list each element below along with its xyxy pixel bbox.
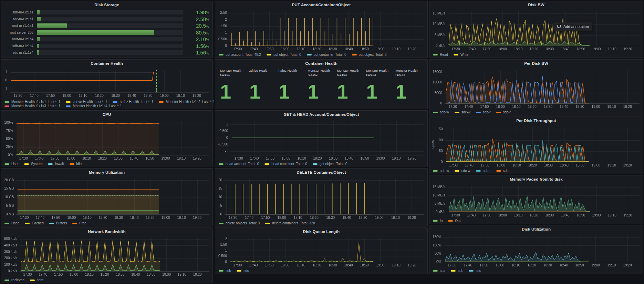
legend-value: Total: 48.2 — [245, 53, 261, 57]
legend-item[interactable]: put objectTotal: 0 — [352, 53, 387, 57]
legend-item[interactable]: Monster Health r1z1s3Last *: 1 — [4, 104, 60, 108]
legend-item[interactable]: zdrive HealthLast *: 1 — [66, 100, 107, 104]
legend-item[interactable]: sdc — [237, 269, 249, 273]
panel-cpu: CPU UserSystemIowaitidle — [1, 110, 213, 167]
legend-item[interactable]: Iowait — [48, 162, 64, 166]
container-health-ts-chart[interactable] — [2, 67, 211, 98]
cpu-chart[interactable] — [2, 118, 211, 161]
memory-chart-area — [2, 176, 211, 220]
legend-item[interactable]: sdc-w — [455, 110, 470, 114]
add-annotation-menu-item[interactable]: Add annotation — [553, 22, 592, 31]
legend-item[interactable]: sdb-r — [476, 110, 491, 114]
mem-util-chart[interactable] — [2, 176, 211, 220]
legend-item[interactable]: Free — [72, 221, 86, 225]
stat-value: 1 — [249, 82, 277, 102]
panel-title[interactable]: DELETE Container/Object — [215, 169, 427, 176]
legend-item[interactable]: Write — [454, 53, 468, 57]
panel-title[interactable]: Container Health — [215, 60, 427, 67]
legend-swatch — [476, 170, 481, 172]
legend-item[interactable]: sdc-r — [496, 110, 511, 114]
panel-title[interactable]: Per Disk Throughput — [429, 117, 643, 124]
per-disk-tp-chart[interactable] — [431, 124, 642, 168]
delete-chart[interactable] — [217, 176, 426, 220]
delete-chart-area — [217, 176, 426, 220]
legend-item[interactable]: sdc-w — [455, 169, 470, 173]
legend-item[interactable]: sda — [433, 269, 445, 273]
legend-item[interactable]: recieved — [4, 278, 24, 282]
get-head-chart[interactable] — [217, 118, 426, 161]
panel-title[interactable]: CPU — [1, 111, 212, 118]
legend-label: put container — [314, 53, 334, 57]
per-disk-bw-chart[interactable] — [431, 67, 642, 109]
panel-title[interactable]: Memory Paged from/to disk — [429, 175, 643, 183]
legend-item[interactable]: Read — [433, 53, 448, 57]
legend-item[interactable]: User — [4, 162, 19, 166]
legend-item[interactable]: System — [24, 162, 42, 166]
legend-value: Total: 328 — [300, 221, 315, 225]
legend-item[interactable]: In — [433, 219, 443, 223]
legend-item[interactable]: delete objectsTotal: 0 — [219, 221, 260, 225]
panel-title[interactable]: Memory Utilization — [1, 169, 212, 176]
legend-swatch — [219, 223, 224, 224]
panel-title[interactable]: Container Health — [1, 60, 212, 67]
legend-item[interactable]: Monster Health r1z1s4Last *: 1 — [66, 104, 122, 108]
panel-title[interactable]: Disk Queue Length — [215, 228, 427, 235]
panel-title[interactable]: Network Bandwidth — [1, 228, 212, 235]
legend-swatch — [4, 105, 9, 107]
legend-item[interactable]: sdb-w — [433, 169, 449, 173]
legend-item[interactable]: sdc — [469, 269, 481, 273]
legend-label: Cached — [32, 221, 43, 225]
legend-item[interactable]: put containerTotal: 0 — [307, 53, 346, 57]
legend-item[interactable]: sdc-r — [496, 169, 511, 173]
legend-item[interactable]: Monster Health r1z1s1Last *: 1 — [4, 100, 60, 104]
legend-item[interactable]: sdb — [219, 269, 231, 273]
legend-item[interactable]: Out — [448, 219, 460, 223]
legend-label: hafez Health — [120, 100, 139, 104]
mem-paged-chart[interactable] — [431, 183, 642, 218]
legend-item[interactable]: Buffers — [49, 221, 67, 225]
disk-bw-chart[interactable] — [431, 9, 642, 52]
panel-title[interactable]: Disk Utilization — [429, 225, 643, 233]
panel-title[interactable]: Disk Storage — [1, 1, 212, 9]
legend: put accountTotal: 48.2put objectTotal: 0… — [219, 53, 392, 57]
legend-swatch — [496, 170, 501, 172]
disk-util-chart[interactable] — [431, 233, 642, 268]
panel-title-text: Network Bandwidth — [88, 230, 125, 234]
legend-item[interactable]: sent — [30, 278, 43, 282]
legend-label: sdc-r — [503, 110, 511, 114]
legend-item[interactable]: sdb-w — [433, 110, 449, 114]
legend-label: Iowait — [55, 162, 64, 166]
panel-title[interactable]: Disk BW — [429, 1, 643, 9]
panel-title[interactable]: GET & HEAD Account/Container/Object — [215, 111, 427, 118]
network-chart-area — [2, 235, 211, 277]
legend-label: idle — [76, 162, 82, 166]
panel-title[interactable]: Per Disk BW — [429, 60, 643, 67]
panel-title-text: Memory Paged from/to disk — [510, 177, 562, 181]
add-annotation-label: Add annotation — [563, 24, 589, 29]
legend: recievedsent — [4, 278, 49, 282]
panel-disk-bw: Disk BW ReadWrite Add annotation — [429, 1, 643, 58]
legend-swatch — [4, 223, 9, 224]
legend-item[interactable]: delete containersTotal: 328 — [265, 221, 315, 225]
legend-label: sdb — [458, 269, 463, 273]
legend-item[interactable]: put accountTotal: 48.2 — [219, 53, 261, 57]
bar-value: 1.56% — [183, 43, 210, 49]
legend-item[interactable]: Cached — [25, 221, 43, 225]
dql-chart[interactable] — [217, 235, 426, 268]
legend-item[interactable]: sdb — [451, 269, 463, 273]
legend-item[interactable]: get objectTotal: 0 — [313, 162, 347, 166]
legend-item[interactable]: sdb-r — [476, 169, 491, 173]
legend-item[interactable]: idle — [70, 162, 82, 166]
legend-item[interactable]: hafez HealthLast *: 1 — [113, 100, 153, 104]
bar-fill — [37, 17, 41, 21]
network-chart[interactable] — [2, 235, 211, 277]
panel-title-text: CPU — [103, 112, 111, 116]
panel-title[interactable]: PUT Account/Container/Object — [215, 1, 427, 9]
put-chart[interactable] — [217, 9, 426, 52]
legend-item[interactable]: head accountTotal: 0 — [219, 162, 259, 166]
legend-item[interactable]: Monster Health r1z1s2Last *: 1 — [159, 100, 215, 104]
legend-item[interactable]: head containerTotal: 0 — [264, 162, 307, 166]
legend-item[interactable]: put objectTotal: 0 — [267, 53, 301, 57]
legend-label: Monster Health r1z1s4 — [73, 104, 107, 108]
legend-item[interactable]: Used — [4, 221, 19, 225]
